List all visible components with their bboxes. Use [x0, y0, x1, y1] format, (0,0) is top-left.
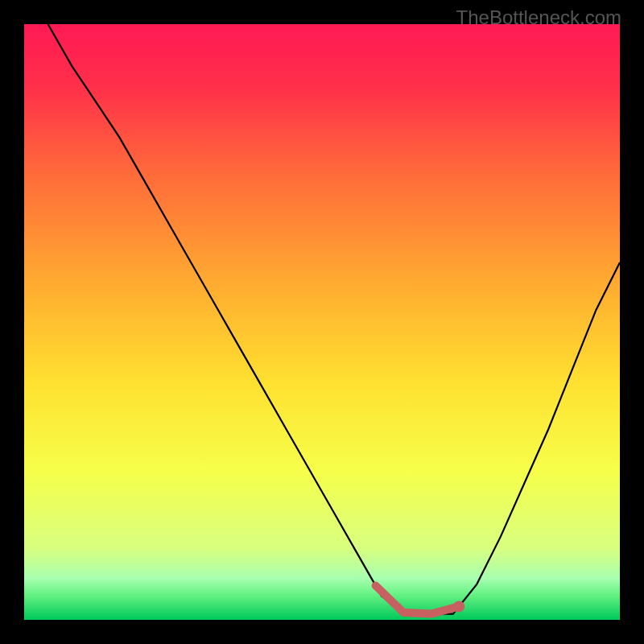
highlight-dot	[453, 601, 464, 612]
highlight-segment	[376, 586, 460, 614]
bottleneck-curve	[48, 24, 620, 614]
chart-area	[24, 24, 620, 620]
chart-svg	[24, 24, 620, 620]
